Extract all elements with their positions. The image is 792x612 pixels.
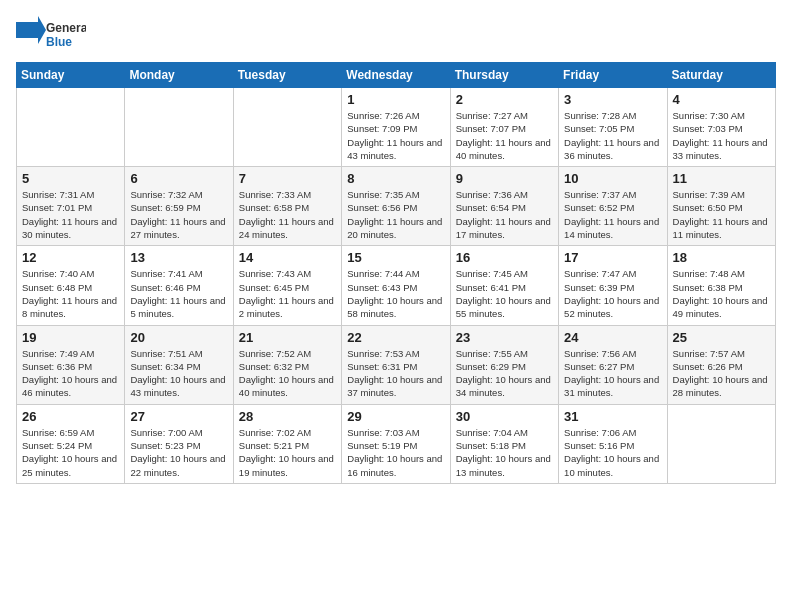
- day-info: Sunrise: 7:32 AM Sunset: 6:59 PM Dayligh…: [130, 188, 227, 241]
- calendar-cell: [233, 88, 341, 167]
- calendar-week-4: 19Sunrise: 7:49 AM Sunset: 6:36 PM Dayli…: [17, 325, 776, 404]
- calendar-cell: 12Sunrise: 7:40 AM Sunset: 6:48 PM Dayli…: [17, 246, 125, 325]
- day-header-thursday: Thursday: [450, 63, 558, 88]
- day-number: 30: [456, 409, 553, 424]
- day-number: 12: [22, 250, 119, 265]
- calendar-cell: 6Sunrise: 7:32 AM Sunset: 6:59 PM Daylig…: [125, 167, 233, 246]
- calendar-cell: 7Sunrise: 7:33 AM Sunset: 6:58 PM Daylig…: [233, 167, 341, 246]
- day-header-wednesday: Wednesday: [342, 63, 450, 88]
- logo: GeneralBlue: [16, 16, 86, 54]
- calendar-cell: [17, 88, 125, 167]
- day-number: 27: [130, 409, 227, 424]
- calendar-cell: 29Sunrise: 7:03 AM Sunset: 5:19 PM Dayli…: [342, 404, 450, 483]
- calendar-cell: 21Sunrise: 7:52 AM Sunset: 6:32 PM Dayli…: [233, 325, 341, 404]
- day-number: 20: [130, 330, 227, 345]
- calendar-cell: 24Sunrise: 7:56 AM Sunset: 6:27 PM Dayli…: [559, 325, 667, 404]
- day-number: 21: [239, 330, 336, 345]
- day-number: 3: [564, 92, 661, 107]
- calendar-cell: 23Sunrise: 7:55 AM Sunset: 6:29 PM Dayli…: [450, 325, 558, 404]
- calendar-cell: 10Sunrise: 7:37 AM Sunset: 6:52 PM Dayli…: [559, 167, 667, 246]
- day-info: Sunrise: 7:51 AM Sunset: 6:34 PM Dayligh…: [130, 347, 227, 400]
- day-number: 23: [456, 330, 553, 345]
- day-number: 19: [22, 330, 119, 345]
- day-info: Sunrise: 7:55 AM Sunset: 6:29 PM Dayligh…: [456, 347, 553, 400]
- calendar-cell: 4Sunrise: 7:30 AM Sunset: 7:03 PM Daylig…: [667, 88, 775, 167]
- day-number: 5: [22, 171, 119, 186]
- day-number: 8: [347, 171, 444, 186]
- day-info: Sunrise: 7:06 AM Sunset: 5:16 PM Dayligh…: [564, 426, 661, 479]
- day-number: 28: [239, 409, 336, 424]
- day-info: Sunrise: 6:59 AM Sunset: 5:24 PM Dayligh…: [22, 426, 119, 479]
- svg-marker-2: [16, 16, 46, 44]
- calendar-cell: 28Sunrise: 7:02 AM Sunset: 5:21 PM Dayli…: [233, 404, 341, 483]
- calendar-week-2: 5Sunrise: 7:31 AM Sunset: 7:01 PM Daylig…: [17, 167, 776, 246]
- day-number: 6: [130, 171, 227, 186]
- day-info: Sunrise: 7:31 AM Sunset: 7:01 PM Dayligh…: [22, 188, 119, 241]
- calendar-cell: 1Sunrise: 7:26 AM Sunset: 7:09 PM Daylig…: [342, 88, 450, 167]
- calendar-cell: 5Sunrise: 7:31 AM Sunset: 7:01 PM Daylig…: [17, 167, 125, 246]
- calendar-cell: 22Sunrise: 7:53 AM Sunset: 6:31 PM Dayli…: [342, 325, 450, 404]
- calendar-cell: 9Sunrise: 7:36 AM Sunset: 6:54 PM Daylig…: [450, 167, 558, 246]
- calendar-cell: 15Sunrise: 7:44 AM Sunset: 6:43 PM Dayli…: [342, 246, 450, 325]
- calendar-cell: [125, 88, 233, 167]
- day-info: Sunrise: 7:49 AM Sunset: 6:36 PM Dayligh…: [22, 347, 119, 400]
- day-header-saturday: Saturday: [667, 63, 775, 88]
- calendar-week-5: 26Sunrise: 6:59 AM Sunset: 5:24 PM Dayli…: [17, 404, 776, 483]
- calendar-cell: 11Sunrise: 7:39 AM Sunset: 6:50 PM Dayli…: [667, 167, 775, 246]
- calendar-table: SundayMondayTuesdayWednesdayThursdayFrid…: [16, 62, 776, 484]
- day-info: Sunrise: 7:40 AM Sunset: 6:48 PM Dayligh…: [22, 267, 119, 320]
- day-number: 18: [673, 250, 770, 265]
- calendar-cell: 2Sunrise: 7:27 AM Sunset: 7:07 PM Daylig…: [450, 88, 558, 167]
- day-number: 4: [673, 92, 770, 107]
- day-number: 25: [673, 330, 770, 345]
- day-info: Sunrise: 7:47 AM Sunset: 6:39 PM Dayligh…: [564, 267, 661, 320]
- calendar-cell: 26Sunrise: 6:59 AM Sunset: 5:24 PM Dayli…: [17, 404, 125, 483]
- calendar-cell: 14Sunrise: 7:43 AM Sunset: 6:45 PM Dayli…: [233, 246, 341, 325]
- day-info: Sunrise: 7:44 AM Sunset: 6:43 PM Dayligh…: [347, 267, 444, 320]
- day-number: 14: [239, 250, 336, 265]
- day-number: 7: [239, 171, 336, 186]
- calendar-cell: 25Sunrise: 7:57 AM Sunset: 6:26 PM Dayli…: [667, 325, 775, 404]
- calendar-cell: 30Sunrise: 7:04 AM Sunset: 5:18 PM Dayli…: [450, 404, 558, 483]
- day-info: Sunrise: 7:00 AM Sunset: 5:23 PM Dayligh…: [130, 426, 227, 479]
- day-info: Sunrise: 7:36 AM Sunset: 6:54 PM Dayligh…: [456, 188, 553, 241]
- calendar-header-row: SundayMondayTuesdayWednesdayThursdayFrid…: [17, 63, 776, 88]
- day-number: 22: [347, 330, 444, 345]
- calendar-week-3: 12Sunrise: 7:40 AM Sunset: 6:48 PM Dayli…: [17, 246, 776, 325]
- day-info: Sunrise: 7:56 AM Sunset: 6:27 PM Dayligh…: [564, 347, 661, 400]
- day-info: Sunrise: 7:26 AM Sunset: 7:09 PM Dayligh…: [347, 109, 444, 162]
- day-number: 10: [564, 171, 661, 186]
- day-number: 16: [456, 250, 553, 265]
- day-info: Sunrise: 7:28 AM Sunset: 7:05 PM Dayligh…: [564, 109, 661, 162]
- svg-text:General: General: [46, 21, 86, 35]
- day-number: 26: [22, 409, 119, 424]
- day-number: 9: [456, 171, 553, 186]
- day-number: 13: [130, 250, 227, 265]
- day-number: 29: [347, 409, 444, 424]
- day-info: Sunrise: 7:04 AM Sunset: 5:18 PM Dayligh…: [456, 426, 553, 479]
- day-number: 15: [347, 250, 444, 265]
- calendar-cell: 13Sunrise: 7:41 AM Sunset: 6:46 PM Dayli…: [125, 246, 233, 325]
- logo-svg: GeneralBlue: [16, 16, 86, 54]
- day-number: 17: [564, 250, 661, 265]
- day-header-tuesday: Tuesday: [233, 63, 341, 88]
- calendar-cell: 16Sunrise: 7:45 AM Sunset: 6:41 PM Dayli…: [450, 246, 558, 325]
- day-info: Sunrise: 7:48 AM Sunset: 6:38 PM Dayligh…: [673, 267, 770, 320]
- day-number: 31: [564, 409, 661, 424]
- calendar-cell: 20Sunrise: 7:51 AM Sunset: 6:34 PM Dayli…: [125, 325, 233, 404]
- calendar-cell: 31Sunrise: 7:06 AM Sunset: 5:16 PM Dayli…: [559, 404, 667, 483]
- day-info: Sunrise: 7:33 AM Sunset: 6:58 PM Dayligh…: [239, 188, 336, 241]
- day-header-monday: Monday: [125, 63, 233, 88]
- page-header: GeneralBlue: [16, 16, 776, 54]
- calendar-cell: [667, 404, 775, 483]
- day-info: Sunrise: 7:27 AM Sunset: 7:07 PM Dayligh…: [456, 109, 553, 162]
- day-header-sunday: Sunday: [17, 63, 125, 88]
- calendar-week-1: 1Sunrise: 7:26 AM Sunset: 7:09 PM Daylig…: [17, 88, 776, 167]
- day-info: Sunrise: 7:52 AM Sunset: 6:32 PM Dayligh…: [239, 347, 336, 400]
- calendar-cell: 8Sunrise: 7:35 AM Sunset: 6:56 PM Daylig…: [342, 167, 450, 246]
- day-number: 11: [673, 171, 770, 186]
- day-number: 2: [456, 92, 553, 107]
- day-info: Sunrise: 7:37 AM Sunset: 6:52 PM Dayligh…: [564, 188, 661, 241]
- day-info: Sunrise: 7:45 AM Sunset: 6:41 PM Dayligh…: [456, 267, 553, 320]
- calendar-cell: 19Sunrise: 7:49 AM Sunset: 6:36 PM Dayli…: [17, 325, 125, 404]
